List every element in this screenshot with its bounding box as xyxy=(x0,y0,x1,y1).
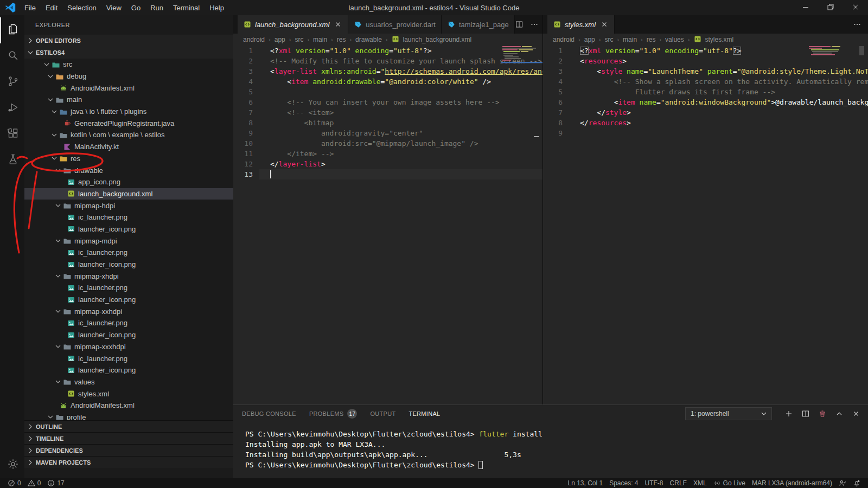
section-outline[interactable]: OUTLINE xyxy=(24,420,233,432)
tab-styles-xml[interactable]: styles.xml xyxy=(547,15,615,34)
status-errors[interactable]: 0 xyxy=(4,479,24,487)
breadcrumb-file[interactable]: styles.xml xyxy=(693,35,733,45)
tree-item-generatedpluginregistrant-java[interactable]: GeneratedPluginRegistrant.java xyxy=(24,117,233,129)
close-icon[interactable] xyxy=(334,20,342,29)
breadcrumb-item[interactable]: drawable xyxy=(355,36,382,43)
status-infos[interactable]: 17 xyxy=(44,479,67,487)
tab-tamizaje1-page[interactable]: tamizaje1_page xyxy=(442,15,515,34)
tree-item-ic-launcher-png[interactable]: ic_launcher.png xyxy=(24,247,233,259)
tree-item-main[interactable]: main xyxy=(24,94,233,106)
status-go-live[interactable]: Go Live xyxy=(710,479,749,487)
menu-terminal[interactable]: Terminal xyxy=(168,4,205,12)
tree-item-androidmanifest-xml[interactable]: AndroidManifest.xml xyxy=(24,82,233,94)
project-header[interactable]: ESTILOS4 xyxy=(24,47,233,59)
tab-usuarios-provider-dart[interactable]: usuarios_provider.dart xyxy=(348,15,442,34)
close-window-button[interactable] xyxy=(843,0,868,15)
tree-item-launcher-icon-png[interactable]: launcher_icon.png xyxy=(24,259,233,271)
tree-item-mipmap-xhdpi[interactable]: mipmap-xhdpi xyxy=(24,270,233,282)
section-dependencies[interactable]: DEPENDENCIES xyxy=(24,444,233,456)
tree-item-launcher-icon-png[interactable]: launcher_icon.png xyxy=(24,223,233,235)
restore-button[interactable] xyxy=(818,0,843,15)
status-device[interactable]: MAR LX3A (android-arm64) xyxy=(749,479,835,487)
split-editor-icon[interactable] xyxy=(515,20,524,29)
breadcrumb-item[interactable]: src xyxy=(295,36,303,43)
status-indentation[interactable]: Spaces: 4 xyxy=(606,479,641,487)
activity-extensions[interactable] xyxy=(0,121,24,147)
tree-item-kotlin-com-example-estilos[interactable]: kotlin \ com \ example \ estilos xyxy=(24,129,233,141)
breadcrumb-item[interactable]: src xyxy=(604,36,613,43)
activity-source-control[interactable] xyxy=(0,69,24,95)
tree-item-launch-background-xml[interactable]: launch_background.xml xyxy=(24,188,233,200)
tree-item-mainactivity-kt[interactable]: MainActivity.kt xyxy=(24,141,233,153)
menu-help[interactable]: Help xyxy=(205,4,229,12)
tree-item-values[interactable]: values xyxy=(24,376,233,388)
activity-run-debug[interactable] xyxy=(0,95,24,121)
section-timeline[interactable]: TIMELINE xyxy=(24,432,233,444)
tree-item-launcher-icon-png[interactable]: launcher_icon.png xyxy=(24,329,233,341)
breadcrumb-item[interactable]: android xyxy=(553,36,575,43)
tree-item-mipmap-mdpi[interactable]: mipmap-mdpi xyxy=(24,235,233,247)
activity-explorer[interactable] xyxy=(0,17,24,43)
tree-item-src[interactable]: src xyxy=(24,59,233,70)
tree-item-androidmanifest-xml[interactable]: AndroidManifest.xml xyxy=(24,400,233,412)
status-notifications[interactable] xyxy=(850,479,864,487)
status-language-mode[interactable]: XML xyxy=(690,479,710,487)
tree-item-launcher-icon-png[interactable]: launcher_icon.png xyxy=(24,294,233,306)
menu-view[interactable]: View xyxy=(101,4,126,12)
split-terminal-button[interactable] xyxy=(801,409,810,418)
tree-item-ic-launcher-png[interactable]: ic_launcher.png xyxy=(24,282,233,294)
terminal-output[interactable]: PS C:\Users\kevinmohu\Desktop\Flutter\zc… xyxy=(245,429,864,478)
status-cursor-position[interactable]: Ln 13, Col 1 xyxy=(564,479,606,487)
tree-item-mipmap-hdpi[interactable]: mipmap-hdpi xyxy=(24,200,233,211)
menu-selection[interactable]: Selection xyxy=(62,4,101,12)
breadcrumb-item[interactable]: main xyxy=(313,36,327,43)
ellipsis-icon[interactable] xyxy=(853,20,861,29)
breadcrumb-item[interactable]: res xyxy=(647,36,656,43)
new-terminal-button[interactable] xyxy=(784,409,793,418)
ellipsis-icon[interactable] xyxy=(530,20,539,29)
panel-tab-terminal[interactable]: TERMINAL xyxy=(409,410,440,417)
status-feedback[interactable] xyxy=(835,479,850,487)
close-icon[interactable] xyxy=(600,20,609,29)
tab-launch-background-xml[interactable]: launch_background.xml xyxy=(238,15,348,34)
code-editor-left[interactable]: 1<?xml version="1.0" encoding="utf-8"?>2… xyxy=(233,46,542,404)
tree-item-ic-launcher-png[interactable]: ic_launcher.png xyxy=(24,317,233,329)
tree-item-launcher-icon-png[interactable]: launcher_icon.png xyxy=(24,364,233,376)
panel-tab-output[interactable]: OUTPUT xyxy=(370,410,395,417)
tree-item-styles-xml[interactable]: styles.xml xyxy=(24,388,233,400)
breadcrumb-item[interactable]: android xyxy=(243,36,265,43)
tree-item-mipmap-xxxhdpi[interactable]: mipmap-xxxhdpi xyxy=(24,341,233,353)
menu-edit[interactable]: Edit xyxy=(41,4,62,12)
breadcrumb-item[interactable]: app xyxy=(275,36,285,43)
minimize-button[interactable] xyxy=(793,0,818,15)
status-encoding[interactable]: UTF-8 xyxy=(642,479,667,487)
activity-test[interactable] xyxy=(0,147,24,174)
tree-item-drawable[interactable]: drawable xyxy=(24,164,233,176)
breadcrumb-left[interactable]: android›app›src›main›res›drawable›launch… xyxy=(233,34,542,46)
maximize-panel-button[interactable] xyxy=(835,409,844,418)
menu-run[interactable]: Run xyxy=(145,4,168,12)
kill-terminal-button[interactable] xyxy=(818,409,827,418)
panel-tab-problems[interactable]: PROBLEMS17 xyxy=(309,409,358,419)
breadcrumb-item[interactable]: res xyxy=(337,36,346,43)
code-editor-right[interactable]: 1<?xml version="1.0" encoding="utf-8"?>2… xyxy=(543,46,868,404)
tree-item-java-io-flutter-plugins[interactable]: java \ io \ flutter \ plugins xyxy=(24,106,233,118)
minimap-left[interactable] xyxy=(501,46,542,64)
panel-tab-debug-console[interactable]: DEBUG CONSOLE xyxy=(242,410,296,417)
tree-item-profile[interactable]: profile xyxy=(24,412,233,420)
open-editors-header[interactable]: OPEN EDITORS xyxy=(24,35,233,47)
activity-search[interactable] xyxy=(0,43,24,69)
tree-item-app-icon-png[interactable]: app_icon.png xyxy=(24,176,233,188)
breadcrumb-item[interactable]: app xyxy=(584,36,595,43)
terminal-picker[interactable]: 1: powershell xyxy=(685,407,772,420)
tree-item-debug[interactable]: debug xyxy=(24,70,233,82)
status-warnings[interactable]: 0 xyxy=(24,479,44,487)
activity-settings[interactable] xyxy=(0,452,24,478)
section-maven-projects[interactable]: MAVEN PROJECTS xyxy=(24,456,233,468)
tree-item-mipmap-xxhdpi[interactable]: mipmap-xxhdpi xyxy=(24,305,233,317)
breadcrumb-item[interactable]: main xyxy=(623,36,637,43)
breadcrumb-file[interactable]: launch_background.xml xyxy=(391,35,471,45)
status-eol[interactable]: CRLF xyxy=(667,479,690,487)
menu-file[interactable]: File xyxy=(20,4,41,12)
close-panel-button[interactable] xyxy=(852,409,860,418)
